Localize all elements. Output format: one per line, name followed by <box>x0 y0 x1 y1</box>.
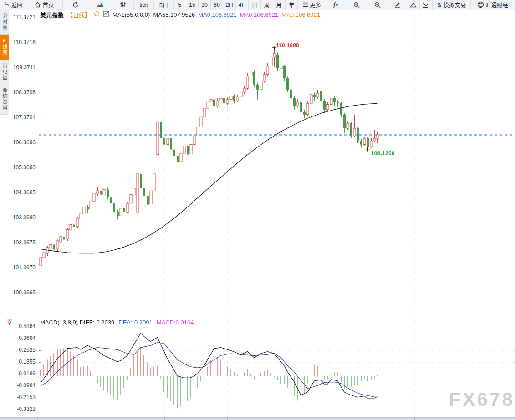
dollar-icon: $ <box>437 2 442 8</box>
scrollbar-tick <box>352 418 352 420</box>
scrollbar-tick <box>414 418 415 420</box>
y-axis-label: 108.3706 <box>1 89 36 96</box>
macd-dea-value: DEA:-0.2091 <box>118 319 152 326</box>
toolbar-indicators-icon[interactable] <box>112 0 134 10</box>
y-axis-label: 101.3670 <box>1 264 36 271</box>
toolbar-draw-icon[interactable] <box>388 0 407 10</box>
ma-parameters: MA1(55,0,0,0) <box>112 11 150 18</box>
zoom-in-icon <box>374 2 381 8</box>
low-price-annotation: 106.1200 <box>371 150 395 157</box>
toolbar-30m-label: 30 <box>201 2 208 8</box>
toolbar-zoom-out-icon[interactable] <box>346 0 367 10</box>
toolbar-fx-button[interactable]: fx <box>326 0 346 10</box>
toolbar-30m-button[interactable]: 30 <box>199 0 211 10</box>
toolbar-back-button[interactable]: 返回 <box>0 0 26 10</box>
pane-divider <box>39 316 515 316</box>
toolbar-5d-label: 5日 <box>159 0 168 9</box>
toolbar-2h-label: 2H <box>226 2 233 8</box>
toolbar-week-button[interactable]: 周 <box>261 0 273 10</box>
symbol-name: 美元指数 <box>40 10 64 19</box>
toolbar-5m-label: 5 <box>178 2 182 8</box>
toolbar-mark-top-icon[interactable] <box>407 0 420 10</box>
chart-legend: 美元指数 【日线】 MA1(55,0,0,0) MA55:107.9526 MA… <box>40 11 320 18</box>
toolbar-huitong-button[interactable]: 汇通财经 <box>471 0 515 10</box>
high-price-annotation: 110.1699 <box>276 42 299 49</box>
huitong-logo-icon <box>477 1 484 8</box>
triangle-up-icon <box>410 2 417 8</box>
area-chart-icon <box>97 2 103 8</box>
toolbar-mark-bottom-icon[interactable] <box>420 0 433 10</box>
side-tab-kline-chart[interactable]: K线图 <box>0 35 9 60</box>
toolbar-tick-button[interactable]: tick <box>134 0 154 10</box>
macd-params-diff: MACD(13,8,9) DIFF:-0.2039 <box>40 319 114 326</box>
toolbar-sim-trade-button[interactable]: $模拟交易 <box>433 0 471 10</box>
toolbar-15m-button[interactable]: 15 <box>186 0 199 10</box>
ma55-value: MA55:107.9526 <box>153 11 195 18</box>
y-axis-label: 110.3716 <box>1 39 36 46</box>
y-axis-label: 0.3694 <box>1 335 36 341</box>
triangle-down-icon <box>423 2 429 8</box>
toolbar-day-button[interactable]: 日 <box>249 0 261 10</box>
toolbar-15m-label: 15 <box>189 2 195 8</box>
toolbar-more-label: 更多 <box>310 0 321 9</box>
sliders-icon <box>120 2 126 8</box>
toolbar-5m-button[interactable]: 5 <box>174 0 186 10</box>
toolbar-60m-button[interactable]: 60 <box>211 0 223 10</box>
toolbar-4h-label: 4H <box>239 2 246 8</box>
y-axis-label: 0.4864 <box>1 323 36 329</box>
y-axis-label: 104.3685 <box>1 189 36 196</box>
y-axis-label: 0.0186 <box>1 370 36 377</box>
time-scrollbar[interactable] <box>0 417 515 420</box>
kline-window-icon[interactable] <box>103 11 109 18</box>
toolbar-day-label: 日 <box>252 0 258 9</box>
y-axis-label: 0.1355 <box>1 359 36 365</box>
add-indicator-icon[interactable] <box>94 11 100 18</box>
toolbar-back-label: 返回 <box>11 0 22 9</box>
pencil-icon <box>394 2 401 8</box>
candlestick-chart-canvas[interactable] <box>39 14 515 314</box>
toolbar-sim-trade-label: 模拟交易 <box>443 0 466 9</box>
toolbar-zoom-in-icon[interactable] <box>367 0 388 10</box>
toolbar-2h-button[interactable]: 2H <box>223 0 236 10</box>
scrollbar-tick <box>227 418 228 420</box>
y-axis-label: 100.3665 <box>1 289 36 296</box>
toolbar-huitong-label: 汇通财经 <box>485 0 508 9</box>
home-icon <box>35 2 41 8</box>
toolbar-more-button[interactable]: 更多 <box>298 0 326 10</box>
toolbar-year-button[interactable]: 年 <box>286 0 298 10</box>
zoom-out-icon <box>353 2 360 8</box>
toolbar-week-label: 周 <box>264 0 270 9</box>
top-toolbar: 返回首页tick5日51530602H4H日周月年更多fx$模拟交易汇通财经 <box>0 0 515 10</box>
y-axis-label: 107.3701 <box>1 114 36 121</box>
period-label: 【日线】 <box>67 10 91 19</box>
toolbar-home-label: 首页 <box>42 0 54 9</box>
ma0-value-blue: MA0:106.6921 <box>198 11 237 18</box>
refresh-icon <box>72 2 79 8</box>
scrollbar-tick <box>37 418 38 420</box>
toolbar-60m-label: 60 <box>214 2 220 8</box>
toolbar-chart-type-icon[interactable] <box>88 0 112 10</box>
scrollbar-tick <box>164 418 165 420</box>
svg-text:$: $ <box>438 2 441 8</box>
macd-value: MACD:0.0104 <box>157 319 194 326</box>
toolbar-home-button[interactable]: 首页 <box>26 0 63 10</box>
ma0-value-magenta: MA0:106.6921 <box>240 11 279 18</box>
toolbar-5d-button[interactable]: 5日 <box>154 0 174 10</box>
side-tab-flash-chart[interactable]: 闪电图 <box>0 60 9 84</box>
toolbar-4h-button[interactable]: 4H <box>236 0 249 10</box>
toolbar-month-button[interactable]: 月 <box>273 0 286 10</box>
y-axis-label: -0.3323 <box>1 406 36 412</box>
scrollbar-tick <box>290 418 290 420</box>
y-axis-label: 109.3711 <box>1 64 36 71</box>
y-axis-label: 105.3690 <box>1 164 36 171</box>
back-arrow-icon <box>3 2 10 8</box>
macd-header: MACD(13,8,9) DIFF:-0.2039 DEA:-0.2091 MA… <box>40 319 194 326</box>
toolbar-refresh-icon[interactable] <box>63 0 88 10</box>
toolbar-year-label: 年 <box>289 0 295 9</box>
y-axis-label: 106.3696 <box>1 139 36 146</box>
toolbar-month-label: 月 <box>276 0 282 9</box>
scrollbar-tick <box>477 418 477 420</box>
ma0-value-orange: MA0:106.6921 <box>281 11 320 18</box>
macd-chart-canvas[interactable] <box>39 319 515 416</box>
chart-mode-tabs: 分时图K线图闪电图合约资料 <box>0 10 9 115</box>
